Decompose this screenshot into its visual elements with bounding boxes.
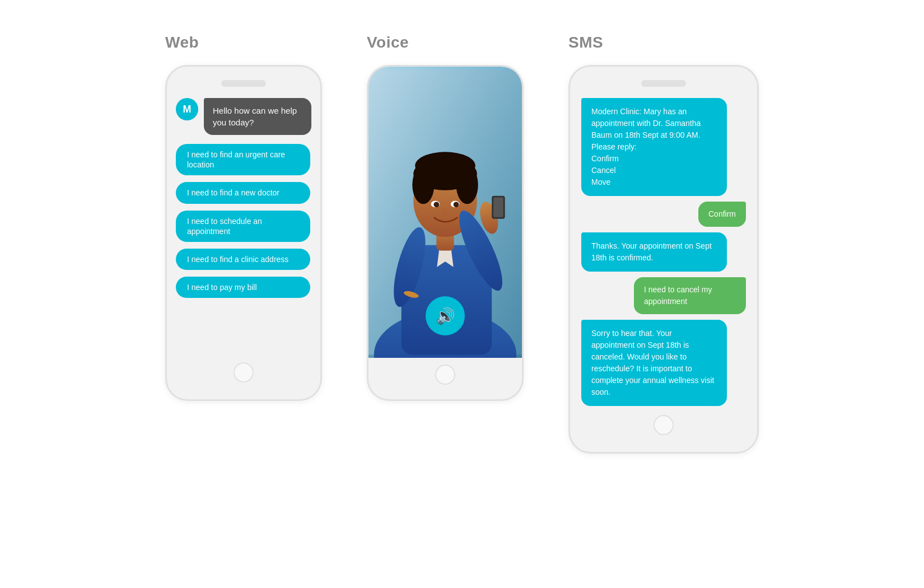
svg-point-12 [433, 202, 439, 207]
svg-point-9 [415, 152, 475, 179]
sms-message-3: Thanks. Your appointment on Sept 18th is… [581, 232, 727, 272]
sound-icon: 🔊 [436, 307, 455, 325]
svg-rect-18 [493, 198, 503, 217]
sms-message-1: Modern Clinic: Mary has an appointment w… [581, 98, 727, 196]
sms-section: SMS Modern Clinic: Mary has an appointme… [568, 34, 759, 454]
svg-point-14 [442, 208, 449, 217]
web-label: Web [165, 34, 199, 52]
sms-message-5: Sorry to hear that. Your appointment on … [581, 320, 727, 406]
voice-image: 🔊 [368, 67, 522, 358]
sms-label: SMS [568, 34, 603, 52]
page-container: Web M Hello how can we help you today? I… [132, 34, 792, 454]
voice-label: Voice [367, 34, 409, 52]
chat-header: M Hello how can we help you today? [176, 98, 311, 135]
sms-message-2: Confirm [698, 202, 746, 227]
option-1[interactable]: I need to find an urgent care location [176, 144, 310, 175]
web-phone-content: M Hello how can we help you today? I nee… [176, 98, 311, 353]
svg-point-13 [454, 202, 459, 207]
option-2[interactable]: I need to find a new doctor [176, 182, 310, 203]
voice-section: Voice [367, 34, 524, 401]
sms-chat-content: Modern Clinic: Mary has an appointment w… [581, 98, 746, 406]
bot-bubble: Hello how can we help you today? [204, 98, 311, 135]
web-section: Web M Hello how can we help you today? I… [165, 34, 322, 401]
option-3[interactable]: I need to schedule an appointment [176, 211, 310, 242]
web-phone: M Hello how can we help you today? I nee… [165, 65, 322, 401]
voice-phone: 🔊 [367, 65, 524, 401]
voice-sound-icon-container[interactable]: 🔊 [426, 296, 465, 335]
sms-message-4: I need to cancel my appointment [634, 277, 746, 314]
sms-home-button[interactable] [654, 415, 674, 435]
option-4[interactable]: I need to find a clinic address [176, 249, 310, 270]
option-5[interactable]: I need to pay my bill [176, 277, 310, 298]
web-phone-notch [221, 80, 266, 87]
avatar: M [176, 98, 198, 120]
sms-phone-notch [641, 80, 686, 87]
sms-phone: Modern Clinic: Mary has an appointment w… [568, 65, 759, 454]
web-home-button[interactable] [234, 362, 254, 382]
voice-home-button[interactable] [435, 365, 455, 385]
